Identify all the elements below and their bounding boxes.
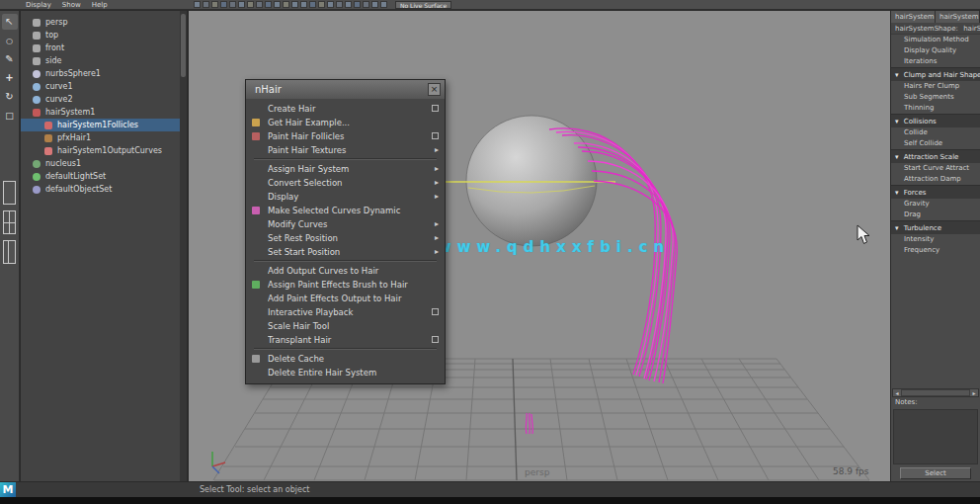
make-live-icon[interactable] (274, 1, 281, 8)
ae-row[interactable]: Frequency (891, 245, 980, 256)
scale-tool-icon[interactable] (2, 108, 18, 124)
outliner-item[interactable]: curve2 (21, 93, 187, 106)
outliner-item[interactable]: pfxHair1 (21, 131, 187, 144)
four-pane-layout-button[interactable] (3, 210, 16, 234)
render-current-frame-icon[interactable] (336, 1, 343, 8)
panel-menu[interactable]: Help (92, 0, 108, 10)
scrollbar-thumb[interactable] (902, 390, 969, 395)
outliner-scrollbar[interactable] (180, 11, 187, 481)
select-hierarchy-icon[interactable] (309, 1, 316, 8)
new-scene-icon[interactable] (194, 1, 201, 8)
menu-item[interactable]: Display (246, 190, 445, 204)
menu-item[interactable]: Create Hair (246, 102, 445, 116)
quick-select-icon[interactable] (380, 1, 387, 8)
menu-item[interactable]: Get Hair Example... (246, 116, 445, 129)
ae-row[interactable]: Sub Segments (891, 92, 980, 103)
outliner-item[interactable]: persp (21, 16, 187, 29)
ae-row[interactable]: Self Collide (891, 138, 980, 149)
select-object-icon[interactable] (318, 1, 325, 8)
ae-row[interactable]: Collisions (891, 114, 980, 127)
outliner-item[interactable]: curve1 (21, 80, 187, 93)
ae-row[interactable]: Collide (891, 127, 980, 138)
menu-item[interactable]: Add Paint Effects Output to Hair (246, 292, 445, 305)
menu-item[interactable]: Set Start Position (246, 245, 445, 259)
menu-item[interactable]: Scale Hair Tool (246, 319, 445, 333)
select-tool-icon[interactable] (2, 14, 18, 30)
menu-item[interactable]: Delete Cache (246, 352, 445, 366)
menu-item[interactable]: Make Selected Curves Dynamic (246, 204, 445, 217)
ae-row[interactable]: Clump and Hair Shape (891, 67, 980, 81)
menu-item[interactable]: Set Rest Position (246, 231, 445, 245)
option-box[interactable] (432, 336, 439, 343)
panel-menu[interactable]: Show (62, 0, 81, 10)
menu-item[interactable]: Interactive Playback (246, 305, 445, 319)
scrollbar-thumb[interactable] (181, 14, 186, 77)
menu-item[interactable]: Add Output Curves to Hair (246, 264, 445, 278)
attribute-editor-tab[interactable]: hairSystem1 (891, 11, 936, 23)
ae-row[interactable]: Attraction Damp (891, 174, 980, 185)
construction-history-icon[interactable] (300, 1, 307, 8)
ae-row[interactable]: Drag (891, 210, 980, 220)
scroll-left-icon[interactable] (893, 389, 901, 396)
menu-item[interactable]: Paint Hair Textures (246, 143, 445, 157)
menu-item[interactable]: Convert Selection (246, 176, 445, 190)
nhair-menu-titlebar[interactable]: nHair (246, 80, 445, 99)
option-box[interactable] (432, 132, 439, 139)
rotate-tool-icon[interactable] (2, 89, 18, 105)
menu-item[interactable]: Paint Hair Follicles (246, 129, 445, 143)
move-tool-icon[interactable] (2, 70, 18, 86)
show-manipulator-icon[interactable] (371, 1, 378, 8)
ae-row[interactable]: Hairs Per Clump (891, 81, 980, 92)
outliner-item[interactable]: hairSystem1 (21, 106, 187, 119)
outliner-item[interactable]: nurbsSphere1 (21, 67, 187, 80)
outliner-item[interactable]: front (21, 42, 187, 54)
ae-row[interactable]: Iterations (891, 56, 980, 67)
menu-item[interactable]: Delete Entire Hair System (246, 366, 445, 379)
undo-icon[interactable] (220, 1, 227, 8)
menu-item[interactable]: Modify Curves (246, 217, 445, 231)
select-component-icon[interactable] (327, 1, 334, 8)
input-connections-icon[interactable] (283, 1, 289, 8)
scroll-right-icon[interactable] (970, 389, 978, 396)
option-box[interactable] (432, 105, 439, 112)
ae-horizontal-scrollbar[interactable] (892, 388, 979, 397)
open-scene-icon[interactable] (203, 1, 209, 8)
redo-icon[interactable] (229, 1, 236, 8)
snap-grid-icon[interactable] (238, 1, 245, 8)
ae-notes-area[interactable] (893, 409, 978, 464)
snap-curve-icon[interactable] (247, 1, 254, 8)
close-icon[interactable] (428, 83, 441, 96)
outliner-item[interactable]: defaultLightSet (21, 170, 187, 183)
render-settings-icon[interactable] (354, 1, 361, 8)
option-box[interactable] (432, 308, 439, 315)
paint-effects-icon[interactable] (363, 1, 369, 8)
ae-row[interactable]: Simulation Method (891, 35, 980, 45)
ae-row[interactable]: Start Curve Attract (891, 163, 980, 174)
select-button[interactable]: Select (900, 467, 971, 479)
ipr-render-icon[interactable] (345, 1, 352, 8)
attribute-editor-tab[interactable]: hairSystemShape1 (936, 11, 980, 23)
ae-row[interactable]: Intensity (891, 234, 980, 245)
ae-row[interactable]: Attraction Scale (891, 149, 980, 163)
ae-object-value[interactable]: hairSystemShape1 (963, 25, 980, 33)
ae-row[interactable]: Forces (891, 185, 980, 199)
snap-plane-icon[interactable] (265, 1, 272, 8)
single-pane-layout-button[interactable] (3, 181, 16, 205)
outliner-item[interactable]: hairSystem1Follicles (21, 119, 187, 131)
paint-select-tool-icon[interactable] (2, 51, 18, 67)
persp-outliner-layout-button[interactable] (3, 240, 16, 264)
outliner-item[interactable]: side (21, 54, 187, 67)
ae-row[interactable]: Turbulence (891, 220, 980, 234)
ae-row[interactable]: Display Quality (891, 45, 980, 56)
snap-point-icon[interactable] (256, 1, 263, 8)
outliner-item[interactable]: defaultObjectSet (21, 183, 187, 196)
live-surface-indicator[interactable]: No Live Surface (395, 1, 451, 9)
outliner-item[interactable]: nucleus1 (21, 157, 187, 170)
outliner-item[interactable]: top (21, 29, 187, 42)
lasso-tool-icon[interactable] (2, 33, 18, 48)
pfx-hair-stroke[interactable] (526, 413, 532, 434)
menu-item[interactable]: Assign Hair System (246, 162, 445, 176)
output-connections-icon[interactable] (291, 1, 298, 8)
ae-row[interactable]: Gravity (891, 199, 980, 210)
save-scene-icon[interactable] (211, 1, 218, 8)
